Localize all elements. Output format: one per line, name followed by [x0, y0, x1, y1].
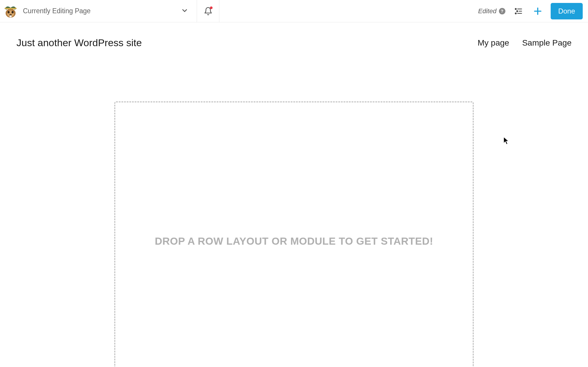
nav-link-my-page[interactable]: My page: [477, 38, 509, 48]
site-header: Just another WordPress site My page Samp…: [0, 22, 588, 60]
drop-hint-text: DROP A ROW LAYOUT OR MODULE TO GET START…: [155, 235, 433, 247]
outline-icon: [514, 7, 523, 16]
svg-rect-6: [5, 8, 17, 9]
svg-rect-5: [10, 15, 12, 17]
plus-icon: [533, 6, 542, 16]
notification-dot-icon: [210, 6, 213, 9]
svg-point-2: [8, 11, 10, 13]
site-title[interactable]: Just another WordPress site: [16, 37, 142, 49]
toolbar-right: Edited ? Done: [478, 3, 586, 19]
svg-point-3: [11, 11, 14, 13]
editing-page-label: Currently Editing Page: [23, 7, 91, 15]
top-toolbar: Currently Editing Page Edited ?: [0, 0, 588, 22]
done-button[interactable]: Done: [551, 3, 583, 19]
beaver-logo-icon[interactable]: [2, 2, 19, 20]
page-selector[interactable]: Currently Editing Page: [0, 0, 197, 22]
site-nav: My page Sample Page: [477, 38, 572, 48]
nav-link-sample-page[interactable]: Sample Page: [522, 38, 572, 48]
edited-status: Edited ?: [478, 7, 505, 15]
drop-zone[interactable]: DROP A ROW LAYOUT OR MODULE TO GET START…: [114, 101, 474, 367]
outline-button[interactable]: [512, 5, 525, 18]
toolbar-left: Currently Editing Page: [0, 0, 91, 22]
chevron-down-icon[interactable]: [181, 7, 188, 16]
help-icon[interactable]: ?: [499, 8, 505, 14]
edited-text: Edited: [478, 7, 496, 15]
svg-point-9: [517, 11, 518, 12]
notifications-button[interactable]: [197, 0, 219, 22]
canvas-area: DROP A ROW LAYOUT OR MODULE TO GET START…: [0, 60, 588, 367]
add-button[interactable]: [531, 5, 544, 18]
svg-point-7: [515, 8, 516, 9]
svg-point-11: [515, 13, 516, 14]
